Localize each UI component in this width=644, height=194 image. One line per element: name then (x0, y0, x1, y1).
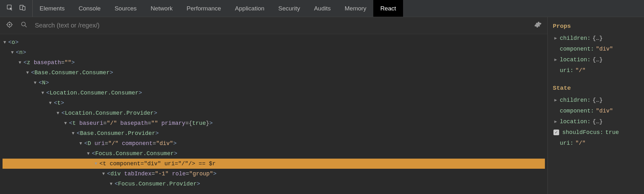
tab-sources[interactable]: Sources (108, 0, 144, 17)
tree-node[interactable]: ▼<o> (3, 37, 545, 47)
tab-react[interactable]: React (373, 0, 403, 17)
gear-icon[interactable] (534, 21, 542, 30)
component-tree[interactable]: ▼<o>▼<n>▼<z basepath="">▼<Base.Consumer.… (0, 34, 547, 192)
inspector-icons (0, 0, 33, 17)
prop-key: children: (560, 95, 590, 105)
prop-row[interactable]: uri: "/" (552, 65, 640, 76)
prop-key: uri: (560, 66, 573, 75)
expand-arrow-icon[interactable]: ▼ (3, 37, 7, 47)
prop-key: location: (560, 117, 590, 126)
expand-arrow-icon[interactable]: ▼ (109, 179, 113, 189)
tree-node[interactable]: ▼<Base.Consumer.Consumer> (3, 68, 545, 78)
tree-node[interactable]: ▼<Location.Consumer.Provider> (3, 108, 545, 118)
tree-node[interactable]: ▼<t baseuri="/" basepath="" primary={tru… (3, 118, 545, 128)
state-heading: State (552, 82, 640, 95)
inspect-element-icon[interactable] (6, 4, 13, 13)
prop-value: "/" (575, 66, 585, 75)
expand-arrow-icon[interactable]: ▼ (48, 98, 53, 108)
search-input[interactable] (35, 22, 527, 29)
tab-audits[interactable]: Audits (307, 0, 338, 17)
tree-node[interactable]: ▼<Focus.Consumer.Provider> (3, 179, 545, 189)
prop-value: {…} (592, 117, 603, 126)
expand-arrow-icon[interactable]: ▼ (71, 128, 75, 138)
svg-point-5 (22, 22, 25, 26)
tree-node[interactable]: ▼<Location.Consumer.Consumer> (3, 88, 545, 98)
tab-console[interactable]: Console (72, 0, 108, 17)
prop-value: true (605, 128, 619, 137)
expand-arrow-icon[interactable]: ▼ (25, 68, 30, 78)
prop-row[interactable]: uri: "/" (552, 138, 640, 149)
expand-arrow-icon[interactable]: ▼ (41, 88, 45, 98)
prop-value: "div" (596, 106, 613, 116)
svg-rect-2 (22, 6, 25, 10)
expand-arrow-icon[interactable]: ▼ (18, 58, 22, 68)
tree-node[interactable]: ▼<Focus.Consumer.Consumer> (3, 149, 545, 159)
sidebar: Props ▶children: {…}component: "div"▶loc… (548, 17, 644, 194)
prop-row[interactable]: ▶location: {…} (552, 54, 640, 65)
prop-value: {…} (592, 33, 603, 43)
prop-key: shouldFocus: (562, 128, 603, 137)
expand-arrow-icon[interactable]: ▶ (553, 33, 558, 43)
expand-arrow-icon[interactable]: ▼ (79, 138, 83, 149)
prop-row[interactable]: ▶location: {…} (552, 116, 640, 127)
expand-arrow-icon[interactable]: ▼ (10, 47, 15, 58)
device-toggle-icon[interactable] (19, 4, 26, 13)
tab-application[interactable]: Application (228, 0, 271, 17)
prop-row[interactable]: ✓shouldFocus: true (552, 127, 640, 138)
prop-row[interactable]: ▶children: {…} (552, 33, 640, 44)
expand-arrow-icon: ✓ (553, 128, 560, 137)
tree-node[interactable]: ▼<t> (3, 98, 545, 108)
prop-value: {…} (592, 55, 603, 64)
tree-node[interactable]: ▼<D uri="/" component="div"> (3, 138, 545, 149)
svg-point-4 (9, 24, 10, 25)
expand-arrow-icon[interactable]: ▶ (553, 55, 558, 64)
tab-network[interactable]: Network (144, 0, 180, 17)
prop-row[interactable]: component: "div" (552, 106, 640, 116)
tree-node[interactable]: ▼<t component="div" uri="/"/> == $r (3, 159, 545, 169)
prop-row[interactable]: component: "div" (552, 44, 640, 54)
prop-key: children: (560, 33, 590, 43)
expand-arrow-icon[interactable]: ▼ (86, 149, 91, 159)
search-icon (20, 21, 28, 30)
expand-arrow-icon[interactable]: ▼ (56, 108, 60, 118)
tab-performance[interactable]: Performance (180, 0, 228, 17)
prop-value: {…} (592, 95, 603, 105)
expand-arrow-icon[interactable]: ▶ (553, 117, 558, 126)
tree-node[interactable]: ▼<n> (3, 47, 545, 58)
prop-value: "div" (596, 44, 613, 54)
prop-key: component: (560, 44, 594, 54)
tab-strip: ElementsConsoleSourcesNetworkPerformance… (0, 0, 644, 17)
prop-key: uri: (560, 138, 573, 148)
expand-arrow-icon[interactable]: ▼ (101, 169, 106, 179)
target-icon[interactable] (6, 21, 13, 30)
prop-row[interactable]: ▶children: {…} (552, 95, 640, 106)
prop-key: location: (560, 55, 590, 64)
tab-security[interactable]: Security (271, 0, 307, 17)
tree-node[interactable]: ▼<N> (3, 78, 545, 88)
tab-memory[interactable]: Memory (338, 0, 374, 17)
prop-key: component: (560, 106, 594, 116)
props-heading: Props (552, 20, 640, 33)
tree-node[interactable]: ▼<z basepath=""> (3, 58, 545, 68)
expand-arrow-icon[interactable]: ▼ (94, 159, 98, 169)
react-toolbar (0, 17, 547, 34)
expand-arrow-icon[interactable]: ▼ (63, 118, 68, 128)
prop-value: "/" (575, 138, 585, 148)
tab-elements[interactable]: Elements (33, 0, 72, 17)
expand-arrow-icon[interactable]: ▼ (33, 78, 37, 88)
tree-node[interactable]: ▼<div tabIndex="-1" role="group"> (3, 169, 545, 179)
tree-node[interactable]: ▼<Base.Consumer.Provider> (3, 128, 545, 138)
expand-arrow-icon[interactable]: ▶ (553, 95, 558, 105)
